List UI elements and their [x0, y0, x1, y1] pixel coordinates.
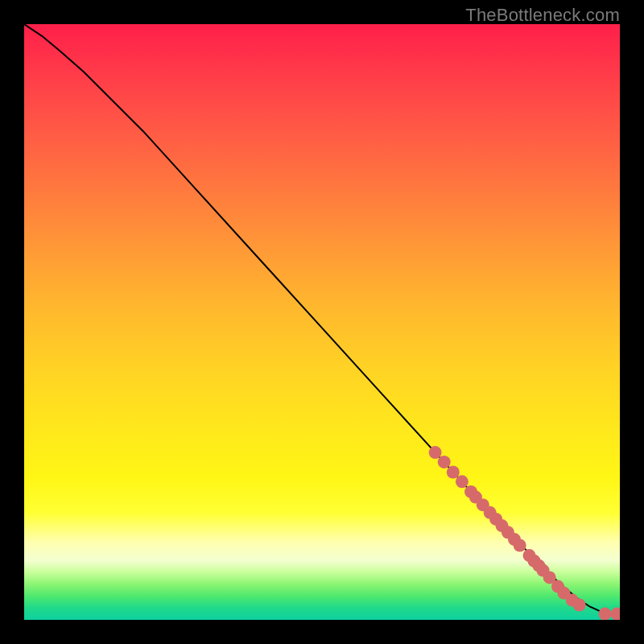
chart-frame: TheBottleneck.com: [0, 0, 644, 644]
sample-point: [573, 599, 586, 612]
sample-point: [610, 608, 620, 620]
sample-point: [599, 608, 612, 620]
plot-area: [24, 24, 620, 620]
bottleneck-curve: [24, 24, 620, 614]
sample-point: [429, 446, 442, 459]
watermark-text: TheBottleneck.com: [465, 5, 620, 26]
sample-point: [456, 475, 469, 488]
sample-point: [514, 539, 526, 552]
chart-overlay: [24, 24, 620, 620]
sample-points-group: [429, 446, 620, 620]
sample-point: [438, 456, 451, 469]
sample-point: [447, 465, 460, 478]
